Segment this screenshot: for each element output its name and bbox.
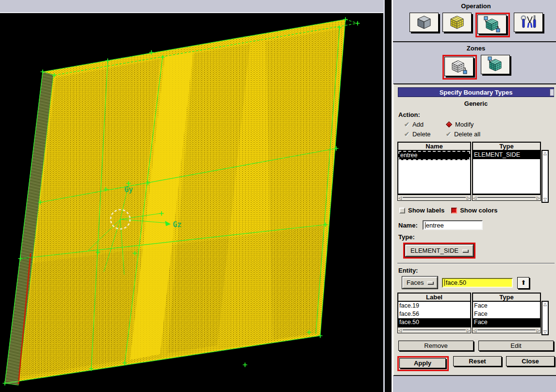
radio-delete-label: Delete <box>412 131 431 138</box>
radio-selected-icon <box>446 121 452 128</box>
dialog-title: Specify Boundary Types <box>440 89 513 96</box>
continuum-cube-icon <box>486 56 505 73</box>
option-menu-icon <box>427 281 433 284</box>
entity-type-hscrollbar[interactable]: ◁ ▷ <box>472 327 541 333</box>
text-cursor <box>444 279 445 286</box>
mesh-cube-icon <box>448 15 466 30</box>
entity-row-label[interactable]: face.56 <box>398 310 470 318</box>
scroll-left-icon[interactable]: ◁ <box>473 328 476 333</box>
boundary-cube-icon <box>450 58 468 75</box>
name-input-value: entree <box>426 222 444 229</box>
titlebar-grip[interactable] <box>550 89 554 96</box>
radio-add-label: Add <box>412 121 424 128</box>
radio-modify[interactable]: Modify <box>446 121 555 128</box>
scroll-left-icon[interactable]: ◁ <box>398 196 402 200</box>
remove-button[interactable]: Remove <box>398 341 474 351</box>
entity-row-type[interactable]: Face <box>473 310 540 318</box>
show-labels-checkbox[interactable]: Show labels <box>399 207 444 214</box>
apply-button[interactable]: Apply <box>399 358 446 368</box>
entity-kind-value: Faces <box>407 279 424 286</box>
radio-unselected-icon: ✔ <box>404 131 409 138</box>
entity-input-value: face.50 <box>445 279 466 286</box>
radio-add[interactable]: ✔ Add <box>404 121 446 128</box>
scroll-channel <box>403 329 466 331</box>
mesh-canvas[interactable]: Gy Gz <box>0 0 383 392</box>
type-dropdown-highlight-frame: ELEMENT_SIDE <box>403 243 475 259</box>
scroll-channel <box>477 197 536 198</box>
scroll-right-icon[interactable]: ▷ <box>467 328 470 333</box>
entity-label: Entity: <box>398 267 555 274</box>
entity-row-type[interactable]: Face <box>473 302 540 310</box>
specify-continuum-types-button[interactable] <box>481 55 510 74</box>
boundary-list: Name entree ◁ ▷ Type ELEMENT_SIDE <box>397 142 555 203</box>
type-label: Type: <box>398 233 555 241</box>
entity-input[interactable]: face.50 <box>442 278 513 288</box>
checkbox-on-icon <box>451 208 457 213</box>
type-dropdown-value: ELEMENT_SIDE <box>410 247 458 254</box>
scroll-channel <box>403 197 466 198</box>
radio-unselected-icon: ✔ <box>404 121 409 128</box>
scroll-up-icon[interactable]: △ <box>543 151 547 156</box>
scroll-right-icon[interactable]: ▷ <box>537 328 540 333</box>
boundary-name-hscrollbar[interactable]: ◁ ▷ <box>397 195 471 201</box>
geometry-command-button[interactable] <box>409 13 439 32</box>
text-cursor <box>425 222 425 229</box>
option-menu-icon <box>462 249 468 252</box>
entity-col-type: Type <box>472 293 541 301</box>
scroll-down-icon[interactable]: ▽ <box>543 197 547 202</box>
reset-button[interactable]: Reset <box>453 356 502 366</box>
application-window: Gy Gz Operation <box>0 0 556 392</box>
boundary-row-name[interactable]: entree <box>398 151 470 160</box>
radio-delete[interactable]: ✔ Delete <box>404 131 446 138</box>
show-colors-checkbox[interactable]: Show colors <box>451 207 497 214</box>
scroll-left-icon[interactable]: ◁ <box>398 328 402 333</box>
boundary-name-listbox[interactable]: entree <box>397 150 471 195</box>
geometry-cube-icon <box>415 15 433 30</box>
tools-command-button[interactable] <box>514 13 543 32</box>
boundary-type-listbox[interactable]: ELEMENT_SIDE <box>472 150 541 195</box>
edit-button[interactable]: Edit <box>478 341 554 351</box>
specify-boundary-types-button[interactable] <box>444 57 474 76</box>
mesh-face[interactable] <box>5 19 345 383</box>
section-divider <box>397 263 555 264</box>
pick-list-button[interactable]: ⬆ <box>517 277 529 289</box>
entity-kind-dropdown[interactable]: Faces <box>402 277 438 289</box>
show-labels-label: Show labels <box>408 207 444 214</box>
close-button[interactable]: Close <box>506 356 555 366</box>
axis-label-y: Gy <box>124 185 133 194</box>
scroll-up-icon[interactable]: △ <box>543 302 547 307</box>
scroll-down-icon[interactable]: ▽ <box>543 329 547 334</box>
entity-row-label[interactable]: face.19 <box>398 302 470 310</box>
type-dropdown[interactable]: ELEMENT_SIDE <box>405 245 474 257</box>
entity-label-hscrollbar[interactable]: ◁ ▷ <box>397 327 471 333</box>
panel-sash[interactable] <box>383 0 393 392</box>
name-input[interactable]: entree <box>423 220 483 230</box>
entity-row-label-selected[interactable]: face.50 <box>398 318 470 327</box>
boundary-col-type: Type <box>472 142 541 150</box>
boundary-vscrollbar[interactable]: △ ▽ <box>541 150 549 203</box>
mesh-command-button[interactable] <box>442 13 472 32</box>
action-radio-group: ✔ Add Modify ✔ Delete ✔ Delete all <box>404 121 555 138</box>
boundary-types-selected-frame <box>442 55 477 80</box>
action-label: Action: <box>398 111 555 118</box>
entity-label-listbox[interactable]: face.19 face.56 face.50 <box>397 301 471 327</box>
scroll-channel <box>477 329 536 331</box>
scroll-left-icon[interactable]: ◁ <box>473 196 476 200</box>
zones-command-selected-frame <box>475 13 510 37</box>
sash-groove <box>385 0 392 392</box>
entity-vscrollbar[interactable]: △ ▽ <box>541 301 549 335</box>
zones-command-button[interactable] <box>477 15 507 34</box>
up-arrow-icon: ⬆ <box>521 279 526 286</box>
scroll-right-icon[interactable]: ▷ <box>537 196 540 200</box>
show-colors-label: Show colors <box>460 207 497 214</box>
boundary-type-hscrollbar[interactable]: ◁ ▷ <box>472 195 541 201</box>
graphics-viewport[interactable]: Gy Gz <box>0 0 383 392</box>
entity-row-type-selected[interactable]: Face <box>473 318 540 327</box>
scroll-right-icon[interactable]: ▷ <box>467 196 470 200</box>
viewport-top-strip <box>0 0 383 13</box>
apply-highlight-frame: Apply <box>397 356 449 371</box>
radio-delete-all[interactable]: ✔ Delete all <box>446 131 555 138</box>
boundary-row-type[interactable]: ELEMENT_SIDE <box>473 151 540 159</box>
boundary-col-name: Name <box>397 142 471 150</box>
entity-type-listbox[interactable]: Face Face Face <box>472 301 541 327</box>
